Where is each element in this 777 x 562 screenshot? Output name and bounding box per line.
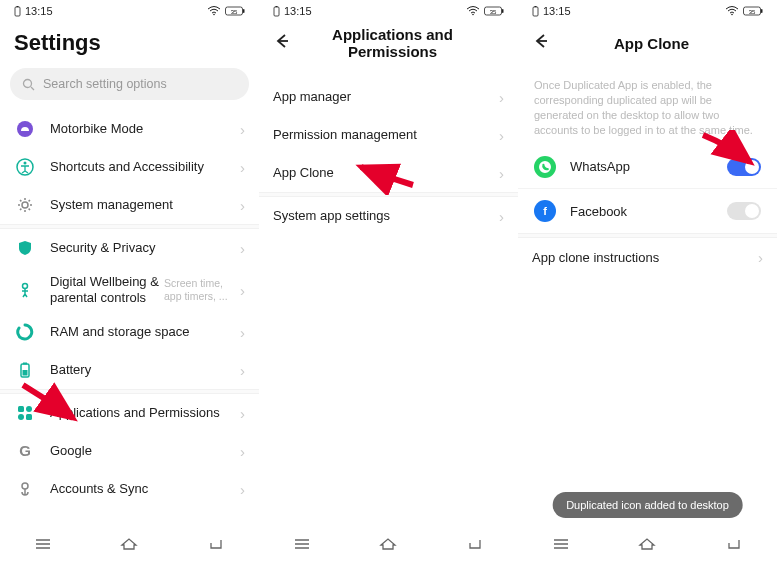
item-label: Google — [50, 443, 234, 459]
item-label: App manager — [273, 89, 493, 105]
nav-home-icon[interactable] — [378, 534, 398, 554]
chevron-right-icon: › — [240, 405, 245, 422]
nav-menu-icon[interactable] — [33, 534, 53, 554]
nav-back-icon[interactable] — [206, 534, 226, 554]
item-label: System management — [50, 197, 234, 213]
item-ram[interactable]: RAM and storage space › — [0, 313, 259, 351]
item-permission-management[interactable]: Permission management › — [259, 116, 518, 154]
sync-icon — [14, 478, 36, 500]
svg-rect-26 — [276, 6, 278, 7]
chevron-right-icon: › — [240, 121, 245, 138]
item-apps-permissions[interactable]: Applications and Permissions › — [0, 394, 259, 432]
item-label: Shortcuts and Accessibility — [50, 159, 234, 175]
item-motorbike[interactable]: Motorbike Mode › — [0, 110, 259, 148]
battery-icon: 35 — [743, 6, 763, 16]
header-title: Applications and Permissions — [309, 26, 476, 60]
svg-point-11 — [22, 202, 28, 208]
item-security[interactable]: Security & Privacy › — [0, 229, 259, 267]
item-wellbeing[interactable]: Digital Wellbeing & parental controls Sc… — [0, 267, 259, 313]
nav-back-icon[interactable] — [724, 534, 744, 554]
item-battery[interactable]: Battery › — [0, 351, 259, 389]
item-label: System app settings — [273, 208, 493, 224]
chevron-right-icon: › — [240, 481, 245, 498]
svg-text:35: 35 — [490, 9, 497, 15]
item-system-app-settings[interactable]: System app settings › — [259, 197, 518, 235]
chevron-right-icon: › — [240, 197, 245, 214]
chevron-right-icon: › — [758, 249, 763, 266]
item-label: App Clone — [273, 165, 493, 181]
status-bar: 13:15 35 — [259, 0, 518, 22]
svg-rect-1 — [17, 6, 19, 7]
item-app-manager[interactable]: App manager › — [259, 78, 518, 116]
back-icon[interactable] — [532, 32, 550, 54]
svg-text:35: 35 — [749, 9, 756, 15]
svg-rect-15 — [23, 370, 28, 376]
app-row-whatsapp: WhatsApp — [518, 145, 777, 189]
nav-menu-icon[interactable] — [292, 534, 312, 554]
phone-app-clone: 13:15 35 App Clone Once Duplicated App i… — [518, 0, 777, 562]
nav-home-icon[interactable] — [119, 534, 139, 554]
facebook-icon: f — [534, 200, 556, 222]
svg-line-7 — [31, 87, 34, 90]
phone-apps-permissions: 13:15 35 Applications and Permissions Ap… — [259, 0, 518, 562]
status-time: 13:15 — [543, 5, 571, 17]
chevron-right-icon: › — [240, 159, 245, 176]
battery-small-icon — [14, 6, 21, 17]
chevron-right-icon: › — [499, 165, 504, 182]
item-label: Motorbike Mode — [50, 121, 234, 137]
app-row-facebook: f Facebook — [518, 189, 777, 233]
item-system[interactable]: System management › — [0, 186, 259, 224]
search-input[interactable]: Search setting options — [10, 68, 249, 100]
svg-point-27 — [472, 14, 474, 16]
svg-rect-14 — [23, 363, 27, 365]
item-label: Accounts & Sync — [50, 481, 234, 497]
chevron-right-icon: › — [499, 127, 504, 144]
header: Applications and Permissions — [259, 22, 518, 64]
status-bar: 13:15 35 — [518, 0, 777, 22]
item-app-clone[interactable]: App Clone › — [259, 154, 518, 192]
svg-rect-39 — [761, 9, 763, 13]
phone-settings: 13:15 35 Settings Search setting options… — [0, 0, 259, 562]
svg-rect-4 — [243, 9, 245, 13]
accessibility-icon — [14, 156, 36, 178]
svg-rect-25 — [274, 7, 279, 16]
facebook-toggle[interactable] — [727, 202, 761, 220]
item-clone-instructions[interactable]: App clone instructions › — [518, 238, 777, 276]
svg-point-37 — [731, 14, 733, 16]
item-shortcuts[interactable]: Shortcuts and Accessibility › — [0, 148, 259, 186]
nav-bar — [518, 526, 777, 562]
svg-text:f: f — [543, 205, 547, 217]
svg-rect-19 — [26, 414, 32, 420]
chevron-right-icon: › — [240, 324, 245, 341]
wifi-icon — [725, 6, 739, 16]
storage-icon — [14, 321, 36, 343]
chevron-right-icon: › — [240, 362, 245, 379]
item-label: Security & Privacy — [50, 240, 234, 256]
item-label: App clone instructions — [532, 250, 752, 266]
nav-bar — [0, 526, 259, 562]
svg-rect-16 — [18, 406, 24, 412]
nav-home-icon[interactable] — [637, 534, 657, 554]
item-google[interactable]: G Google › — [0, 432, 259, 470]
app-label: Facebook — [570, 204, 727, 219]
back-icon[interactable] — [273, 32, 291, 54]
whatsapp-toggle[interactable] — [727, 158, 761, 176]
status-bar: 13:15 35 — [0, 0, 259, 22]
item-accounts[interactable]: Accounts & Sync › — [0, 470, 259, 508]
svg-rect-36 — [535, 6, 537, 7]
app-label: WhatsApp — [570, 159, 727, 174]
search-placeholder: Search setting options — [43, 77, 167, 91]
motorbike-icon — [14, 118, 36, 140]
google-icon: G — [14, 440, 36, 462]
svg-text:G: G — [19, 442, 31, 459]
nav-menu-icon[interactable] — [551, 534, 571, 554]
header: App Clone — [518, 22, 777, 64]
item-sublabel: Screen time, app timers, ... — [164, 277, 234, 302]
description-text: Once Duplicated App is enabled, the corr… — [518, 64, 777, 145]
nav-back-icon[interactable] — [465, 534, 485, 554]
shield-icon — [14, 237, 36, 259]
battery-icon: 35 — [225, 6, 245, 16]
chevron-right-icon: › — [240, 443, 245, 460]
svg-rect-18 — [18, 414, 24, 420]
item-label: Battery — [50, 362, 234, 378]
